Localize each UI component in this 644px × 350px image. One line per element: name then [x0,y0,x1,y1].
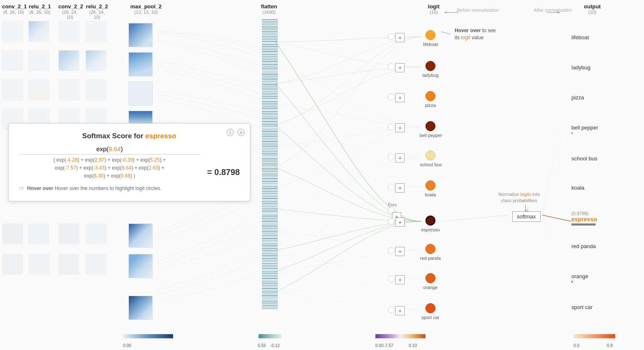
popup-denominator: ( exp(-4.28) + exp(2.97) + exp(-0.39) + … [53,155,166,180]
fm-left-b3 [58,223,79,244]
output-item-ladybug: ladybug [571,63,591,71]
output-item-bellpepper: bell pepper [571,124,598,134]
popup-info-btn[interactable]: i [226,129,234,136]
fm-left-b6 [28,254,49,275]
scale-label-logit-min: 0.00 [375,343,383,348]
svg-line-6 [542,187,571,215]
logit-node-label-espresso: espresso [420,227,441,232]
svg-line-10 [542,215,571,310]
scale-label-output-max: 0.9 [607,343,613,348]
logit-small-circle-orange [388,276,395,282]
popup-numerator: exp(8.64) [96,145,123,154]
svg-line-7 [542,215,571,221]
feature-map-relu22-3 [86,79,106,100]
logit-circle-schoolbus[interactable] [425,150,435,160]
logit-sub: (10) [417,10,450,15]
scale-label-flatten-min: 5.55 [258,343,266,348]
feature-map-conv21-2 [2,50,23,71]
flatten-column [262,19,278,324]
scale-label-output-min: 0.0 [574,343,579,348]
popup-hover-hint: ☞ Hover over Hover over the numbers to h… [19,185,240,193]
flatten-label: flatten [257,3,282,10]
normalize-arrow: ↓ [526,205,529,213]
feature-map-relu22-1 [86,21,106,42]
feature-map-relu21-1 [28,21,49,42]
logit-plus-lifeboat: + [395,33,405,42]
logit-small-circle-redpanda [388,247,395,254]
popup-title: Softmax Score for espresso [19,132,240,140]
logit-circle-espresso[interactable] [425,216,435,226]
output-label-orange: orange [571,273,588,279]
logit-node-label-koala: koala [421,192,440,197]
logit-circle-lifeboat[interactable] [425,30,435,40]
logit-label: logit [417,3,450,10]
logit-plus-sportcar: + [395,306,405,315]
after-norm-label: After normalization [534,8,572,13]
output-label-koala: koala [571,185,584,191]
output-label: output [571,3,613,10]
svg-line-5 [542,157,571,215]
feature-map-conv21-1 [2,21,23,42]
fm-left-b7 [58,254,79,275]
col-header-conv21: conv_2_1 (8, 26, 10) [2,3,25,15]
logit-node-label-sportcar: sport car [420,315,441,320]
logit-node-label-bellpepper: bell pepper [419,133,443,138]
popup-close-btn[interactable]: × [237,129,245,136]
logit-circle-sportcar[interactable] [425,303,435,313]
conv22-label: conv_2_2 [58,3,81,10]
logit-plus-bellpepper: + [395,123,405,132]
logit-circle-bellpepper[interactable] [425,121,435,131]
col-header-logit: logit (10) [417,3,450,15]
logit-plus-ladybug: + [395,63,405,72]
logit-plus-schoolbus: + [395,153,405,162]
popup-icons: i × [226,129,245,136]
popup-equals: = 0.8798 [207,167,240,180]
output-bar-espresso [571,223,596,226]
feature-map-maxpool-6 [128,254,153,278]
output-item-schoolbus: school bus [571,155,597,162]
logit-circle-redpanda[interactable] [425,244,435,254]
fm-left-b8 [86,254,106,275]
logit-circle-ladybug[interactable] [425,61,435,71]
feature-map-conv22-2 [58,50,79,71]
col-header-maxpool2: max_pool_2 (13, 13, 10) [121,3,171,15]
relu21-sub: (8, 26, 10) [28,10,51,15]
output-label-redpanda: red panda [571,243,596,249]
output-bar-bellpepper [571,132,573,134]
logit-node-label-ladybug: ladybug [421,73,440,78]
col-header-output: output (10) [571,3,613,15]
svg-line-9 [542,215,571,279]
svg-line-0 [441,215,509,221]
output-item-orange: orange [571,272,588,283]
output-label-espresso: espresso [571,216,597,223]
feature-map-maxpool-2 [128,52,153,76]
scale-label-flatten-neg: -0.12 [270,343,280,348]
conv21-sub: (8, 26, 10) [2,10,25,15]
logit-small-circle-koala [388,184,395,190]
output-label-lifeboat: lifeboat [571,34,589,41]
svg-rect-21 [574,334,615,338]
flatten-sub: (1690) [257,10,282,15]
scale-label-maxpool-min: 0.00 [123,343,131,348]
feature-map-maxpool-3 [128,81,153,106]
logit-circle-orange[interactable] [425,273,435,283]
logit-node-label-schoolbus: school bus [419,162,443,167]
output-sub: (10) [571,10,613,15]
svg-line-8 [542,215,571,251]
conv22-sub: (26, 24, 10) [58,10,81,20]
svg-rect-20 [375,334,425,338]
bias-label: Bias [388,200,397,208]
logit-circle-pizza[interactable] [425,91,435,101]
before-norm-label: Before normalization [457,8,499,13]
logit-small-circle-pizza [388,94,395,100]
fm-left-b1 [2,223,23,244]
col-header-conv22: conv_2_2 (26, 24, 10) [58,3,81,20]
feature-map-relu21-2 [28,50,49,71]
logit-small-circle-bellpepper [388,124,395,130]
logit-circle-koala[interactable] [425,180,435,190]
logit-small-circle-schoolbus [388,154,395,160]
output-label-pizza: pizza [571,94,584,101]
feature-map-maxpool-7 [128,296,153,320]
feature-map-maxpool-5 [128,223,153,248]
maxpool2-sub: (13, 13, 10) [121,10,171,15]
